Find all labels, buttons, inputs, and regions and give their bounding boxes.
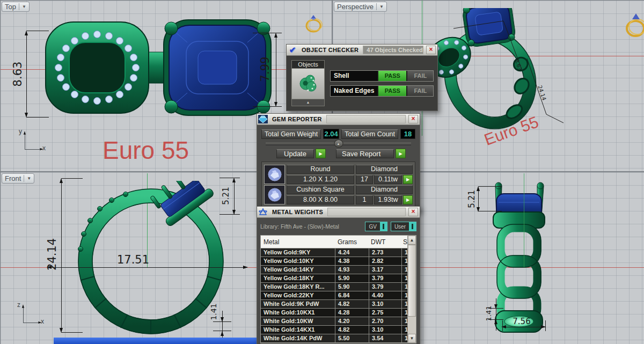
metal-row[interactable]: Yellow Gold:14KY 4.93 3.17 12.88: [261, 266, 407, 274]
metal-dwt: 2.73: [369, 248, 402, 257]
table-scrollbar[interactable]: ▲ ▼: [407, 236, 416, 343]
user-toggle-label: User: [391, 224, 409, 230]
gem-reporter-titlebar[interactable]: GEM REPORTER ×: [257, 114, 420, 125]
metal-name: Yellow Gold:22KY: [261, 291, 335, 299]
gem-size: 1.20 X 1.20: [287, 175, 354, 184]
update-action-icon[interactable]: ▶: [316, 149, 326, 158]
gem-icon: [257, 114, 269, 125]
metal-dwt: 4.40: [369, 291, 402, 299]
scrollbar-track[interactable]: [408, 317, 416, 334]
metal-weights-titlebar[interactable]: METAL WEIGHTS ×: [257, 207, 420, 218]
metal-spg: 14.37: [402, 334, 407, 342]
dimension-label: 5.21: [221, 187, 231, 204]
metal-dwt: 2.70: [369, 317, 402, 325]
gem-count: 1: [356, 195, 373, 204]
metal-dwt: 3.17: [369, 266, 402, 274]
pass-button[interactable]: PASS: [377, 86, 406, 96]
save-report-button[interactable]: Save Report: [336, 149, 394, 158]
gem-thumbnail: [264, 165, 285, 184]
metal-dwt: 3.79: [369, 283, 402, 291]
fail-button[interactable]: FAIL: [406, 71, 433, 81]
object-checker-titlebar[interactable]: ✔ OBJECT CHECKER 47 Objects Checked ×: [287, 45, 437, 56]
gem-size: 8.00 X 8.00: [287, 195, 354, 204]
metal-name: White Gold:14KX1: [261, 326, 335, 334]
metal-grams: 4.38: [335, 257, 369, 265]
collapse-knob[interactable]: ▲: [334, 140, 343, 148]
gem-material: Diamond: [356, 185, 413, 194]
scroll-up-icon[interactable]: ▲: [408, 236, 416, 245]
dimension-label: 5.21: [467, 190, 477, 208]
viewport-title: Perspective: [337, 3, 374, 11]
ring-size-annotation: Euro 55: [103, 136, 189, 165]
close-icon[interactable]: ×: [426, 46, 436, 54]
viewport-label-top[interactable]: Top ▼: [2, 2, 30, 12]
update-button[interactable]: Update: [276, 149, 314, 158]
pass-button[interactable]: PASS: [377, 71, 406, 81]
metal-dwt: 3.79: [369, 274, 402, 282]
metal-grams: 5.90: [335, 274, 369, 282]
gem-row-action-icon[interactable]: ▶: [403, 175, 413, 184]
ring-top-view: [31, 14, 283, 120]
scroll-down-icon[interactable]: ▼: [408, 334, 416, 343]
metal-dwt: 2.75: [369, 309, 402, 317]
gv-toggle[interactable]: GV: [365, 222, 387, 231]
fail-button[interactable]: FAIL: [406, 86, 433, 96]
metal-row[interactable]: Yellow Gold:18KY 5.90 3.79 15.41: [261, 274, 407, 283]
metal-grams: 6.84: [335, 291, 369, 299]
metal-row[interactable]: White Gold:9K PdW 4.82 3.10 12.59: [261, 300, 407, 309]
viewport-label-perspective[interactable]: Perspective ▼: [334, 2, 387, 12]
column-header-spg[interactable]: SPG: [400, 238, 407, 246]
taskbar-fragment: [54, 338, 258, 344]
metal-row[interactable]: White Gold:10KX1 4.28 2.75 11.18: [261, 309, 407, 317]
metal-row[interactable]: White Gold:14KX1 4.82 3.10 12.61: [261, 326, 407, 334]
divider: [376, 3, 377, 10]
column-header-dwt[interactable]: DWT: [368, 238, 400, 246]
divider: [19, 3, 19, 10]
dimension-label: 8.63: [11, 62, 24, 87]
viewport-label-front[interactable]: Front ▼: [2, 173, 34, 184]
viewport-title: Top: [5, 3, 16, 11]
metal-weights-table: Metal Grams DWT SPG Yellow Gold:9KY 4.24…: [260, 235, 416, 343]
gem-shape: Round: [287, 165, 354, 174]
metal-row[interactable]: Yellow Gold:9KY 4.24 2.73 11.08: [261, 248, 407, 257]
objects-tab[interactable]: Objects: [291, 60, 325, 69]
dimension-label: 1.41: [485, 306, 493, 321]
chevron-down-icon[interactable]: ▼: [379, 5, 384, 9]
object-preview-thumbnail[interactable]: [291, 69, 325, 99]
close-icon[interactable]: ×: [408, 115, 418, 123]
ring-sketch-icon: [301, 13, 326, 34]
axis-indicator-top: y x: [20, 129, 47, 154]
metal-spg: 11.18: [402, 309, 407, 317]
thumbnail-collapse-button[interactable]: ▲: [291, 99, 325, 106]
scrollbar-thumb[interactable]: [408, 245, 416, 317]
metal-row[interactable]: Yellow Gold:18KY R... 5.90 3.79 15.41: [261, 283, 407, 291]
total-gem-weight-value: 2.04: [323, 129, 339, 139]
metal-grams: 5.50: [335, 334, 369, 342]
total-gem-count-label: Total Gem Count: [341, 129, 398, 139]
metal-row[interactable]: White Gold:10KW 4.20 2.70 10.99: [261, 317, 407, 326]
column-header-grams[interactable]: Grams: [335, 238, 368, 246]
metal-grams: 4.93: [335, 266, 369, 274]
z-axis-line: [524, 173, 524, 267]
metal-row[interactable]: White Gold:14K PdW 5.50 3.54 14.37: [261, 334, 407, 343]
metal-spg: 10.99: [402, 317, 407, 325]
gem-row: Cushion Square 8.00 X 8.00 Diamond 1 1.9…: [264, 185, 413, 204]
metal-row[interactable]: Yellow Gold:10KY 4.38 2.82 11.43: [261, 257, 407, 266]
dialog-title: GEM REPORTER: [269, 116, 325, 122]
chevron-down-icon[interactable]: ▼: [27, 177, 31, 181]
axis-indicator-front: z x: [18, 303, 45, 327]
chevron-down-icon[interactable]: ▼: [22, 5, 26, 9]
user-toggle[interactable]: User: [391, 222, 416, 231]
gv-toggle-label: GV: [365, 224, 379, 230]
application-canvas: 8.63 7.99 Euro 55 y x Top: [0, 0, 644, 344]
save-report-action-icon[interactable]: ▶: [396, 149, 406, 158]
metal-name: White Gold:14K PdW: [261, 334, 335, 342]
column-header-metal[interactable]: Metal: [261, 238, 335, 246]
metal-name: Yellow Gold:18KY: [261, 274, 335, 282]
gem-total-weight: 1.93tw: [374, 195, 402, 204]
gem-row-action-icon[interactable]: ▶: [403, 195, 413, 204]
close-icon[interactable]: ×: [408, 208, 418, 216]
metal-row[interactable]: Yellow Gold:22KY 6.84 4.40 17.89: [261, 291, 407, 300]
table-header: Metal Grams DWT SPG: [261, 236, 407, 248]
toggle-indicator: [409, 222, 416, 231]
